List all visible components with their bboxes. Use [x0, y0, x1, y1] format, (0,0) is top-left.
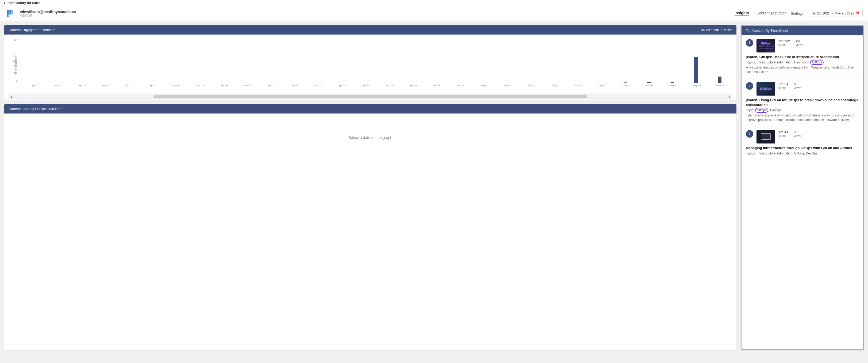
scroll-left-icon[interactable]: ◀: [10, 95, 12, 98]
bar-group[interactable]: [425, 40, 448, 83]
chart-scrollbar[interactable]: ◀ ▶: [8, 94, 732, 99]
tab-insights[interactable]: Insights: [735, 11, 749, 16]
scrollbar-thumb[interactable]: [154, 95, 587, 98]
topic-highlighted: GitOps: [755, 108, 768, 113]
x-label: Apr 30: [448, 84, 472, 87]
content-item: 3 2m 4s spent 3 views Managing infrastru…: [742, 127, 863, 160]
time-label: spent: [778, 134, 788, 137]
logo: [5, 8, 16, 19]
content-item: 2GitOps 5m 5s spent 3 views [Watch] Usin…: [742, 78, 863, 127]
x-label: Apr 17: [142, 84, 165, 87]
scroll-right-icon[interactable]: ▶: [729, 95, 731, 98]
topics-prefix: Topics:: [746, 60, 757, 64]
bar-group[interactable]: [213, 40, 236, 83]
right-panel: Top Content By Time Spent 1GitOpsThe Fut…: [741, 25, 864, 350]
bar[interactable]: [671, 82, 674, 83]
bar-group[interactable]: [496, 40, 519, 83]
bar-group[interactable]: [449, 40, 472, 83]
x-label: Apr 23: [283, 84, 307, 87]
journey-title: Content Journey On Selected Date: [8, 107, 63, 111]
bar-group[interactable]: [307, 40, 330, 83]
views-value: 3: [794, 82, 801, 86]
x-label: May 3: [520, 84, 543, 87]
topic-tag: GitOps: [794, 151, 804, 155]
x-label: Apr 25: [331, 84, 354, 87]
bar-group[interactable]: [142, 40, 165, 83]
topic-highlighted: GitOps: [810, 60, 823, 65]
x-label: Apr 16: [118, 84, 141, 87]
header-right: Settings Feb 25, 2021 ~ May 25, 2021 📅: [791, 10, 863, 17]
bar-group[interactable]: [119, 40, 142, 83]
topic-tag: DevOps: [770, 108, 782, 112]
x-label: May 8: [638, 84, 661, 87]
stat-time: 2m 4s spent: [778, 130, 788, 137]
bar-group[interactable]: [543, 40, 566, 83]
x-label: May 4: [543, 84, 567, 87]
views-label: views: [794, 86, 801, 89]
views-label: views: [794, 134, 801, 137]
x-label: Apr 12: [23, 84, 47, 87]
bar-group[interactable]: [638, 40, 660, 83]
item-title: [Watch] GitOps: The Future of Infrastruc…: [746, 55, 859, 59]
journey-card: Content Journey On Selected Date Select …: [4, 104, 737, 350]
bar-group[interactable]: [95, 40, 118, 83]
time-value: 2h 59m: [778, 39, 790, 43]
bar-group[interactable]: [48, 40, 71, 83]
bar[interactable]: [624, 82, 627, 83]
bar-group[interactable]: [354, 40, 377, 83]
stat-time: 2h 59m spent: [778, 39, 790, 46]
bar-group[interactable]: [472, 40, 495, 83]
bar-group[interactable]: [71, 40, 94, 83]
x-label: Apr 18: [165, 84, 188, 87]
topic-tag: Hashicorp: [794, 60, 809, 64]
bar-group[interactable]: [284, 40, 306, 83]
x-label: Apr 13: [47, 84, 70, 87]
tab-content-activation[interactable]: Content Activation: [756, 11, 787, 16]
bar-group[interactable]: [661, 40, 684, 83]
date-range-picker[interactable]: Feb 25, 2021 ~ May 25, 2021 📅: [808, 10, 863, 17]
content-list[interactable]: 1GitOpsThe Future ofInfrastructure 2h 59…: [742, 35, 863, 350]
x-label: Apr 20: [212, 84, 236, 87]
views-value: 3: [794, 130, 801, 134]
top-content-header: Top Content By Time Spent: [742, 26, 863, 35]
item-rank: 1: [746, 39, 753, 47]
views-value: 29: [796, 39, 803, 43]
bar[interactable]: [718, 77, 721, 83]
item-thumbnail: GitOpsThe Future ofInfrastructure: [756, 39, 775, 53]
bars-container[interactable]: [23, 39, 732, 83]
bar-group[interactable]: [590, 40, 613, 83]
settings-link[interactable]: Settings: [791, 11, 804, 16]
bar-group[interactable]: [260, 40, 283, 83]
bar-group[interactable]: [331, 40, 354, 83]
nav-tabs: Insights Content Activation: [735, 11, 787, 16]
header: edewillians@bestbuycanada.ca VISITOR Ins…: [0, 6, 868, 21]
bar-group[interactable]: [402, 40, 424, 83]
x-label: Apr 19: [189, 84, 212, 87]
bar-group[interactable]: [685, 40, 708, 83]
bar-group[interactable]: [708, 40, 731, 83]
bar-group[interactable]: [520, 40, 542, 83]
bar-group[interactable]: [166, 40, 188, 83]
bar[interactable]: [694, 57, 698, 83]
user-role: VISITOR: [20, 14, 725, 17]
top-content-title: Top Content By Time Spent: [746, 29, 788, 33]
bar[interactable]: [647, 82, 651, 83]
bar-group[interactable]: [189, 40, 212, 83]
date-tilde: ~: [831, 11, 833, 15]
bar-group[interactable]: [614, 40, 637, 83]
x-axis: Apr 12Apr 13Apr 14Apr 15Apr 16Apr 17Apr …: [23, 83, 732, 87]
x-label: May 5: [567, 84, 590, 87]
journey-header: Content Journey On Selected Date: [4, 104, 737, 113]
bar-group[interactable]: [24, 40, 47, 83]
topic-tag: DevOps: [806, 151, 817, 155]
y-label-0: 0: [16, 80, 17, 83]
x-label: Apr 14: [71, 84, 94, 87]
bar-group[interactable]: [378, 40, 401, 83]
stat-views: 29 views: [796, 39, 803, 46]
bar-group[interactable]: [567, 40, 590, 83]
date-end: May 25, 2021: [835, 11, 854, 15]
bar-group[interactable]: [237, 40, 259, 83]
journey-body: Select a date on the graph: [4, 113, 737, 162]
left-panel: Content Engagement Timeline 3h 7m spent …: [4, 25, 737, 350]
x-label: Apr 26: [354, 84, 378, 87]
